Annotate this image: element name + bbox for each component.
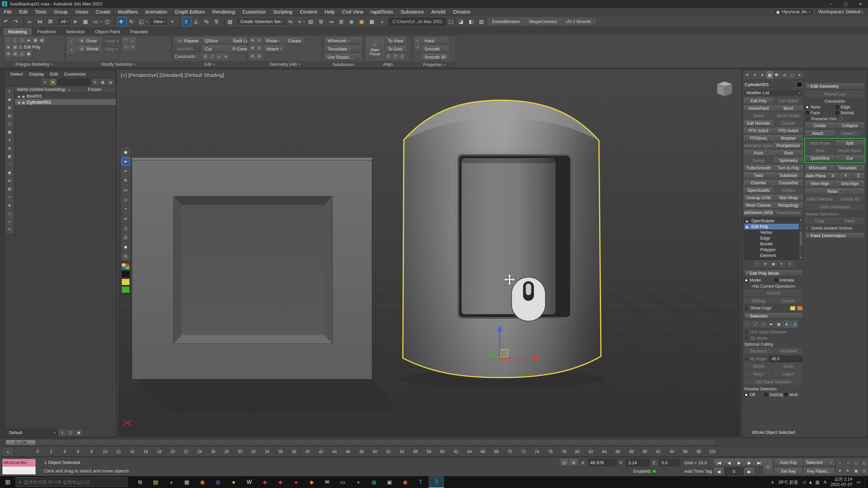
geometry-icon[interactable]: ⊖ — [256, 37, 262, 43]
stack-level-icon[interactable]: ▧ — [12, 44, 18, 50]
ribbon-tab[interactable]: Populate — [126, 28, 153, 35]
stack-tool-icon[interactable]: ✕ — [778, 261, 785, 267]
polygon-modeling-icon[interactable]: ◫ — [19, 51, 25, 57]
y-coordinate-field[interactable]: 3.14 — [626, 459, 650, 466]
modifier-button[interactable]: Sweep — [744, 157, 773, 164]
cylinder-object[interactable] — [399, 100, 603, 388]
copy-button[interactable]: Copy — [805, 218, 834, 224]
whatsapp-icon[interactable]: ◍ — [366, 476, 382, 488]
timeline-tick[interactable]: 60 — [441, 447, 444, 456]
timeline-tick[interactable]: 88 — [630, 447, 633, 456]
stack-item[interactable]: Border — [744, 241, 799, 247]
selection-lock-icon[interactable]: ⊘ — [570, 459, 578, 466]
maps-icon[interactable]: ◈ — [273, 476, 288, 488]
link-tool-icon[interactable]: ∞ — [121, 214, 130, 223]
constraint-icon[interactable]: ╱ — [209, 54, 215, 59]
toolbar-icon[interactable] — [115, 18, 116, 26]
z-coordinate-field[interactable]: 0.0 — [659, 459, 680, 466]
subobject-mode-icon[interactable]: ▦ — [33, 37, 38, 43]
mail-icon[interactable]: ✉ — [319, 476, 335, 488]
geometry-icon[interactable]: ⊕ — [250, 37, 255, 43]
app-icon[interactable]: ● — [351, 476, 366, 488]
modifier-button[interactable]: FFD 3x3x3 — [744, 127, 773, 134]
panel-label[interactable]: Align — [364, 61, 411, 67]
menu-item[interactable]: Rendering — [209, 8, 239, 16]
rollout-paint-deformation[interactable]: ▸Paint Deformation — [805, 232, 865, 239]
viewport-nav-icon[interactable]: ▦ — [852, 467, 860, 474]
timeline-tick[interactable]: 94 — [670, 447, 673, 456]
backface-button[interactable]: Backface — [744, 348, 773, 354]
set-key-button[interactable]: Set Key — [774, 468, 802, 475]
isolate-selection-icon[interactable]: ◎ — [560, 459, 568, 466]
playback-button[interactable]: ▶| — [755, 459, 764, 466]
hide-selected-button[interactable]: Hide Selected — [805, 196, 834, 203]
viewcube[interactable] — [717, 81, 732, 96]
yellow-swatch[interactable] — [121, 279, 130, 285]
polygon-modeling-icon[interactable]: ▤ — [12, 51, 18, 57]
timeline-tick[interactable]: 90 — [643, 447, 647, 456]
hard-button[interactable]: Hard — [422, 37, 448, 44]
firefox-icon[interactable]: ◉ — [195, 476, 210, 488]
pencil-icon[interactable]: ✎ — [121, 176, 130, 185]
stack-scrollbar[interactable]: ▲▼ — [799, 218, 803, 259]
select-object-icon[interactable]: ➤ — [72, 17, 81, 26]
relax-button[interactable]: Relax — [264, 37, 284, 44]
planar-z-button[interactable]: Z — [852, 172, 864, 179]
select-and-rotate-icon[interactable]: ↻ — [127, 17, 137, 26]
subobject-mode-icon[interactable]: ◧ — [39, 37, 45, 43]
modifier-button[interactable]: Normalize Spline — [744, 142, 773, 149]
menu-item[interactable]: Content — [296, 8, 321, 16]
attach-button[interactable]: Attach — [264, 45, 284, 53]
subobject-mode-icon[interactable]: ∴ — [5, 37, 11, 43]
collapse-button[interactable]: Collapse — [835, 122, 865, 129]
ribbon-tab[interactable]: Object Paint — [91, 28, 124, 35]
timeline-tick[interactable]: 96 — [684, 447, 687, 456]
planar-y-button[interactable]: Y — [840, 172, 852, 179]
timeline-tick[interactable]: 74 — [535, 447, 538, 456]
make-planar-button[interactable]: Make Planar — [805, 172, 826, 179]
app-icon[interactable]: ◆ — [304, 476, 319, 488]
explorer-toolbar-icon[interactable]: ⟐ — [5, 87, 14, 95]
stack-item[interactable]: Vertex — [744, 229, 799, 235]
explorer-menu-item[interactable]: Edit — [47, 72, 61, 77]
timeline-tick[interactable]: 42 — [319, 447, 323, 456]
project-folder-field[interactable]: C:\Users\UI...ds Max 2022 — [389, 18, 447, 26]
use-pivot-point-icon[interactable]: ⌖ — [169, 17, 178, 26]
msmooth-button[interactable]: MSmooth — [325, 37, 361, 44]
geometry-icon[interactable]: ⊗ — [250, 45, 255, 51]
modifier-button[interactable]: Retopology — [774, 202, 803, 209]
detach-settings[interactable] — [855, 132, 859, 135]
current-frame-field[interactable]: 0 — [725, 468, 744, 475]
tab-utilities[interactable]: ✶ — [796, 71, 803, 79]
loop-mode-icon[interactable]: ◠ — [123, 37, 129, 43]
timeline-tick[interactable]: 52 — [387, 447, 390, 456]
toolbar-icon[interactable] — [224, 18, 224, 26]
animate-radio[interactable]: Animate — [774, 278, 803, 283]
playback-button[interactable]: ▶ — [734, 459, 744, 466]
object-name[interactable]: Cylinder001 — [745, 82, 769, 87]
time-slider-track[interactable]: 0 / 100 — [5, 439, 715, 446]
layer-dropdown[interactable]: Default▾ — [7, 429, 58, 436]
app-icon[interactable]: ◉ — [397, 476, 413, 488]
gizmo-plane-handle[interactable] — [500, 349, 508, 357]
material-editor-icon[interactable]: ◉ — [348, 17, 357, 26]
explorer-toolbar-icon[interactable]: ▥ — [5, 104, 14, 111]
grow-button[interactable]: Grow — [774, 363, 803, 370]
explorer-toolbar-icon[interactable]: ▧ — [5, 185, 14, 192]
modifier-button[interactable]: TurboSmooth — [744, 165, 773, 171]
select-by-name-icon[interactable]: ▦ — [82, 17, 91, 26]
angle-field[interactable]: 45.0 — [769, 356, 803, 362]
shape-connect-button[interactable]: ShapeConnect — [525, 18, 561, 26]
stack-item[interactable]: Edge — [744, 235, 799, 241]
edge-icon[interactable]: ◕ — [163, 476, 179, 488]
shrink-button[interactable]: ⊟Shrink — [77, 45, 101, 53]
polygon-modeling-icon[interactable]: ⊞ — [5, 51, 11, 57]
timeline-tick[interactable]: 8 — [90, 447, 93, 456]
menu-item[interactable]: Tools — [31, 8, 50, 16]
constraint-normal-radio[interactable]: Normal — [835, 110, 865, 115]
next-frame-button[interactable]: ▶ — [745, 468, 754, 475]
angle-snap-icon[interactable]: ∠ — [192, 17, 202, 26]
pin-app-icon[interactable]: ◈ — [257, 476, 273, 488]
taskbar-search[interactable]: ⌕ — [16, 477, 127, 487]
list-item[interactable]: Cylinder001 — [15, 99, 116, 105]
